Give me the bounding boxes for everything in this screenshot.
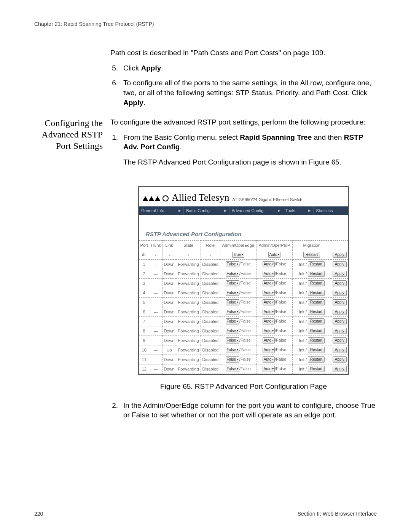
migration-init: Init: [299, 357, 304, 363]
panel-title: RSTP Advanced Port Configuration: [139, 215, 348, 240]
dropdown[interactable]: Auto▾: [263, 280, 275, 286]
chevron-right-icon: ▶: [278, 208, 280, 213]
apply-button[interactable]: Apply: [333, 280, 347, 286]
table-row: 3---DownForwardingDisabledFalse▾/FalseAu…: [139, 278, 348, 288]
nav-advanced-config[interactable]: Advanced Config.▶: [229, 206, 283, 215]
section-lead: To configure the advanced RSTP port sett…: [110, 117, 377, 127]
nav-statistics[interactable]: Statistics: [313, 206, 348, 215]
cell-state: Forwarding: [176, 335, 201, 345]
apply-button[interactable]: Apply: [333, 318, 347, 324]
dropdown[interactable]: False▾: [226, 318, 239, 324]
table-row: 7---DownForwardingDisabledFalse▾/FalseAu…: [139, 316, 348, 326]
dropdown[interactable]: Auto▾: [268, 252, 281, 258]
apply-button[interactable]: Apply: [333, 337, 347, 343]
dropdown[interactable]: False▾: [226, 309, 239, 315]
restart-button[interactable]: Restart: [308, 337, 325, 343]
edge-oper: /False: [239, 262, 251, 266]
cell-trunk: ---: [149, 307, 162, 316]
dropdown[interactable]: False▾: [226, 271, 239, 277]
cell-role: Disabled: [201, 345, 220, 355]
restart-button[interactable]: Restart: [308, 318, 325, 324]
ptop-oper: /False: [275, 319, 286, 323]
cell-ptop: Auto▾/False: [256, 345, 292, 355]
restart-button[interactable]: Restart: [308, 261, 325, 267]
apply-button[interactable]: Apply: [333, 271, 347, 277]
apply-button[interactable]: Apply: [333, 261, 347, 267]
edge-oper: /False: [239, 366, 251, 371]
dropdown[interactable]: False▾: [226, 299, 239, 305]
cell-edge: False▾/False: [220, 355, 256, 364]
apply-button[interactable]: Apply: [333, 252, 347, 258]
dropdown[interactable]: False▾: [226, 347, 239, 353]
chevron-down-icon: ▾: [272, 348, 274, 352]
restart-button[interactable]: Restart: [308, 309, 325, 315]
dropdown[interactable]: Auto▾: [263, 366, 275, 372]
cell-edge: False▾/False: [220, 297, 256, 307]
dropdown[interactable]: Auto▾: [263, 299, 275, 305]
dropdown[interactable]: False▾: [226, 366, 239, 372]
restart-button[interactable]: Restart: [308, 271, 325, 277]
cell-apply: Apply: [331, 355, 348, 364]
table-row: 4---DownForwardingDisabledFalse▾/FalseAu…: [139, 288, 348, 297]
chevron-down-icon: ▾: [272, 310, 274, 314]
cell-link: Down: [162, 269, 176, 278]
cell-apply: Apply: [331, 364, 348, 374]
dropdown[interactable]: False▾: [226, 337, 239, 343]
th-migration: Migration: [293, 240, 331, 250]
dropdown[interactable]: Auto▾: [263, 309, 275, 315]
apply-button[interactable]: Apply: [333, 290, 347, 296]
dropdown[interactable]: Auto▾: [263, 337, 275, 343]
restart-button[interactable]: Restart: [308, 290, 325, 296]
cell-edge: False▾/False: [220, 278, 256, 288]
cell-state: Forwarding: [176, 326, 201, 335]
brand-logo: [143, 195, 169, 201]
cell-apply: Apply: [331, 269, 348, 278]
dropdown[interactable]: Auto▾: [263, 328, 275, 334]
cell-port: 8: [139, 326, 149, 335]
cell-trunk: ---: [149, 345, 162, 355]
apply-button[interactable]: Apply: [333, 309, 347, 315]
table-row: 6---DownForwardingDisabledFalse▾/FalseAu…: [139, 307, 348, 316]
nav-general-info[interactable]: General Info.▶: [139, 206, 183, 215]
dropdown[interactable]: Auto▾: [263, 318, 275, 324]
dropdown[interactable]: False▾: [226, 290, 239, 296]
dropdown[interactable]: False▾: [226, 356, 239, 363]
cell-port: 6: [139, 307, 149, 316]
restart-button[interactable]: Restart: [303, 252, 320, 258]
apply-button[interactable]: Apply: [333, 347, 347, 353]
restart-button[interactable]: Restart: [308, 328, 325, 334]
dropdown[interactable]: Auto▾: [263, 356, 275, 363]
dropdown[interactable]: True▾: [232, 252, 244, 258]
restart-button[interactable]: Restart: [308, 356, 325, 363]
edge-oper: /False: [239, 347, 251, 352]
dropdown[interactable]: False▾: [226, 261, 239, 267]
restart-button[interactable]: Restart: [308, 280, 325, 286]
section-step-2-text: In the Admin/OperEdge column for the por…: [123, 401, 377, 420]
dropdown[interactable]: Auto▾: [263, 290, 275, 296]
migration-init: Init: [299, 271, 304, 277]
th-link: Link: [162, 240, 176, 250]
cell-migration: Init/Restart: [293, 259, 331, 269]
dropdown[interactable]: False▾: [226, 280, 239, 286]
restart-button[interactable]: Restart: [308, 366, 325, 372]
nav-tools[interactable]: Tools▶: [283, 206, 313, 215]
dropdown[interactable]: Auto▾: [263, 271, 275, 277]
dropdown[interactable]: Auto▾: [263, 347, 275, 353]
apply-button[interactable]: Apply: [333, 299, 347, 305]
table-row: 2---DownForwardingDisabledFalse▾/FalseAu…: [139, 269, 348, 278]
dropdown[interactable]: Auto▾: [263, 261, 275, 267]
chevron-down-icon: ▾: [237, 367, 238, 371]
cell-ptop: Auto▾/False: [256, 297, 292, 307]
chevron-down-icon: ▾: [272, 262, 274, 267]
apply-button[interactable]: Apply: [333, 328, 347, 334]
apply-button[interactable]: Apply: [333, 356, 347, 363]
restart-button[interactable]: Restart: [308, 299, 325, 305]
cell-migration: Init/Restart: [293, 297, 331, 307]
restart-button[interactable]: Restart: [308, 347, 325, 353]
chevron-down-icon: ▾: [272, 358, 274, 362]
cell-state: Forwarding: [176, 316, 201, 326]
apply-button[interactable]: Apply: [333, 366, 347, 372]
nav-basic-config[interactable]: Basic Config.▶: [183, 206, 229, 215]
dropdown[interactable]: False▾: [226, 328, 239, 334]
ptop-oper: /False: [275, 366, 286, 371]
